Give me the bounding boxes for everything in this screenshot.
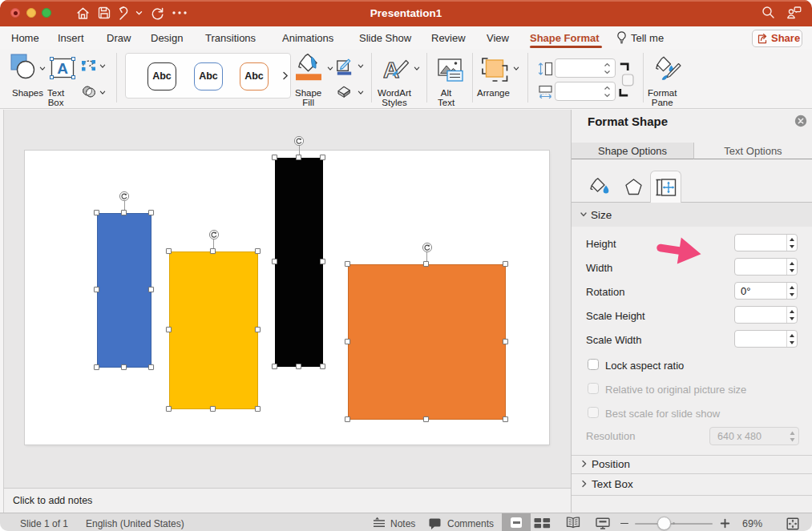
svg-text:A: A <box>57 60 68 77</box>
